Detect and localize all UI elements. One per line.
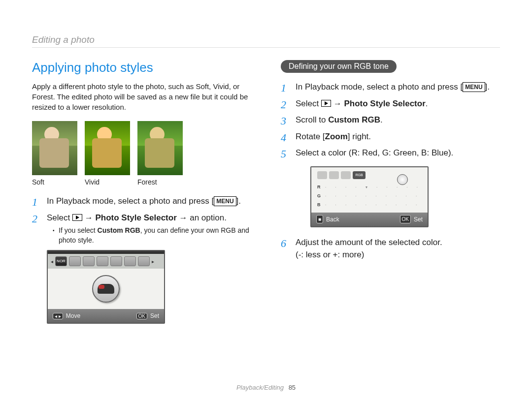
right-steps: In Playback mode, select a photo and pre… [281, 81, 500, 261]
palette-icon [92, 275, 120, 303]
dial-icon [397, 174, 408, 185]
left-steps: In Playback mode, select a photo and pre… [32, 195, 251, 245]
foot-move-label: Move [66, 312, 80, 319]
lcd-tab [110, 256, 122, 266]
rgb-tab [341, 171, 351, 179]
lcd-tab [83, 256, 95, 266]
sub-bullet: If you select Custom RGB, you can define… [53, 226, 251, 245]
thumb-label: Forest [137, 178, 183, 186]
lcd-tab [97, 256, 108, 266]
arrow-right-icon: ▸ [152, 259, 154, 264]
foot-set-label: Set [150, 312, 159, 319]
lcd-tab [124, 256, 136, 266]
lcd-footer: ■ Back OK Set [311, 213, 428, 226]
foot-set-label: Set [414, 215, 423, 224]
pill-heading: Defining your own RGB tone [281, 60, 397, 73]
step-text: ] right. [348, 132, 371, 141]
step: Select a color (R: Red, G: Green, B: Blu… [281, 147, 500, 227]
step: In Playback mode, select a photo and pre… [32, 195, 251, 208]
step-text: Select a color (R: Red, G: Green, B: Blu… [296, 148, 453, 157]
step-bold: Zoom [325, 132, 348, 141]
divider [32, 47, 500, 48]
rgb-row: R · · · · ▾ · · · · · [317, 183, 422, 192]
step: Adjust the amount of the selected color.… [281, 236, 500, 261]
arrow-left-icon: ◂ [51, 259, 53, 264]
slider-track: · · · · · · · · · · [325, 193, 422, 199]
ok-icon: OK [400, 215, 411, 223]
rgb-tab-selected: RGB [353, 171, 366, 179]
slider-track: · · · · ▾ · · · · · [325, 185, 422, 190]
step-text: → [331, 99, 344, 108]
rgb-tab [329, 171, 339, 179]
thumb-image [137, 121, 183, 175]
lcd-tab [69, 256, 81, 266]
lcd-footer: ◂ ▸ Move OK Set [48, 309, 164, 323]
play-icon [321, 100, 331, 107]
lcd-body [48, 269, 164, 309]
breadcrumb: Editing a photo [32, 34, 500, 45]
rgb-label: R [317, 184, 322, 191]
manual-page: Editing a photo Applying photo styles Ap… [0, 0, 532, 324]
play-icon [72, 214, 82, 221]
foot-back-label: Back [326, 215, 339, 224]
lcd-tabs: ◂ NOR ▸ [48, 254, 164, 269]
step-text: Select [296, 99, 321, 108]
lcd-rgb: RGB R · · · · ▾ · · · · · G · · · · · · … [310, 166, 429, 227]
step-text: Adjust the amount of the selected color. [296, 238, 442, 247]
step-text: . [426, 99, 428, 108]
section-title: Applying photo styles [32, 60, 251, 75]
thumb-forest: Forest [137, 121, 183, 186]
thumb-soft: Soft [32, 121, 77, 186]
step-bold: Custom RGB [328, 115, 380, 124]
lcd-body: RGB R · · · · ▾ · · · · · G · · · · · · … [311, 167, 428, 213]
bullet-text: If you select [59, 226, 98, 234]
back-icon: ■ [316, 215, 323, 223]
thumb-label: Vivid [85, 178, 130, 186]
thumb-vivid: Vivid [85, 121, 130, 186]
page-footer: Playback/Editing 85 [0, 384, 532, 391]
step: Scroll to Custom RGB. [281, 114, 500, 126]
step-text: (-: less or +: more) [296, 250, 364, 259]
step: Select → Photo Style Selector. [281, 97, 500, 110]
thumb-label: Soft [32, 178, 77, 186]
step-text: . [380, 115, 383, 124]
step-text: Scroll to [296, 115, 328, 124]
intro-paragraph: Apply a different photo style to the pho… [32, 81, 251, 112]
lcd-style-selector: ◂ NOR ▸ ◂ ▸ Move [47, 250, 165, 324]
rgb-tab [317, 171, 327, 179]
right-column: Defining your own RGB tone In Playback m… [281, 60, 500, 324]
move-icon: ◂ ▸ [53, 313, 63, 319]
lcd-tab [138, 256, 150, 266]
step: Select → Photo Style Selector → an optio… [32, 212, 251, 246]
rgb-label: B [317, 202, 322, 209]
slider-track: · · · · · · · · · · [325, 202, 422, 208]
menu-icon: MENU [214, 196, 236, 206]
step-text: In Playback mode, select a photo and pre… [296, 82, 463, 92]
rgb-row: G · · · · · · · · · · [317, 192, 422, 201]
menu-icon: MENU [463, 82, 485, 92]
step-bold: Photo Style Selector [95, 213, 176, 222]
rgb-label: G [317, 193, 322, 200]
step: In Playback mode, select a photo and pre… [281, 81, 500, 93]
step-bold: Photo Style Selector [344, 99, 425, 108]
thumb-image [32, 121, 77, 175]
footer-section: Playback/Editing [236, 384, 284, 391]
step-text: → [82, 213, 95, 222]
left-column: Applying photo styles Apply a different … [32, 60, 251, 324]
step-text: ]. [236, 196, 241, 206]
rgb-row: B · · · · · · · · · · [317, 201, 422, 210]
footer-page-number: 85 [289, 384, 296, 391]
ok-icon: OK [136, 313, 147, 319]
lcd-tab-selected: NOR [55, 256, 67, 266]
step-text: ]. [485, 82, 490, 92]
step-text: Rotate [ [296, 132, 325, 141]
step-text: → an option. [177, 213, 227, 222]
bullet-bold: Custom RGB [98, 226, 140, 234]
step-text: Select [47, 213, 72, 222]
style-thumbnails: Soft Vivid Forest [32, 121, 251, 186]
step-text: In Playback mode, select a photo and pre… [47, 196, 214, 206]
thumb-image [85, 121, 130, 175]
step: Rotate [Zoom] right. [281, 130, 500, 143]
